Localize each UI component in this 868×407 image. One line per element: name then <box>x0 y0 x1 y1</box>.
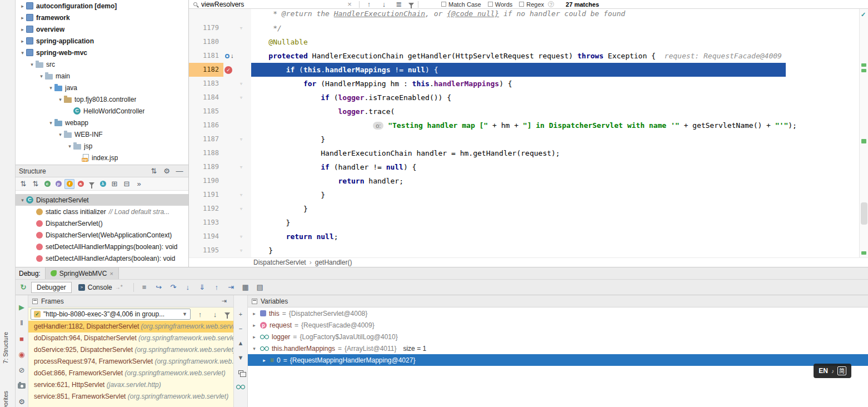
code-line[interactable]: 1183▿ for (HandlerMapping hm : this.hand… <box>189 77 868 91</box>
view-breakpoints-icon[interactable]: ◉ <box>16 349 27 360</box>
watches-icon[interactable] <box>236 382 245 391</box>
evaluate-icon[interactable]: ▦ <box>240 282 251 293</box>
chevron-collapsed-icon[interactable]: ▸ <box>251 334 257 340</box>
code-line[interactable]: 1195▿ } <box>189 244 868 257</box>
override-marker-icon[interactable] <box>225 54 230 58</box>
code-line[interactable]: 1190 return handler; <box>189 174 868 188</box>
code-line[interactable]: 1191▿ } <box>189 188 868 202</box>
code-line-text[interactable]: } <box>251 132 868 146</box>
chevron-collapsed-icon[interactable]: ▸ <box>261 358 267 363</box>
rerun-icon[interactable]: ↻ <box>18 282 29 293</box>
fold-marker-icon[interactable]: ▿ <box>240 202 242 216</box>
fold-marker-icon[interactable]: ▿ <box>240 244 242 257</box>
structure-item[interactable]: setDetectAllHandlerMappings(boolean): vo… <box>16 241 188 252</box>
frame-row[interactable]: service:851, FrameworkServlet (org.sprin… <box>28 391 233 403</box>
project-tree-item[interactable]: ▾main <box>16 70 188 82</box>
pause-icon[interactable]: ‖ <box>16 317 27 328</box>
code-line[interactable]: 1179▿ */ <box>189 21 868 35</box>
code-line[interactable]: 1181↓ protected HandlerExecutionChain ge… <box>189 49 868 63</box>
show-properties-icon[interactable]: p <box>53 179 63 189</box>
hide-library-frames-icon[interactable] <box>225 312 230 316</box>
chevron-expanded-icon[interactable]: ▾ <box>47 120 54 126</box>
code-line-text[interactable]: HandlerExecutionChain handler = hm.getHa… <box>251 146 868 160</box>
settings-icon[interactable]: ⚙ <box>161 166 172 177</box>
code-line[interactable]: 1187▿ } <box>189 132 868 146</box>
hamburger-icon[interactable]: ≡ <box>139 282 150 293</box>
code-line-text[interactable]: if (this.handlerMappings != null) { <box>251 63 786 77</box>
expand-all-icon[interactable]: ⊞ <box>109 178 120 190</box>
code-line[interactable]: 1194▿ return null; <box>189 230 868 244</box>
pin-icon[interactable]: ⇥ <box>218 296 230 307</box>
step-over-icon[interactable]: ↷ <box>168 282 179 293</box>
fold-marker-icon[interactable]: ▿ <box>240 77 242 91</box>
code-line-text[interactable]: } <box>251 188 868 202</box>
chevron-expanded-icon[interactable]: ▾ <box>251 346 257 351</box>
clear-search-icon[interactable]: × <box>344 0 355 9</box>
structure-item[interactable]: setDetectAllHandlerAdapters(boolean): vo… <box>16 252 188 264</box>
chevron-expanded-icon[interactable]: ▾ <box>19 50 26 56</box>
search-option-words[interactable]: Words <box>488 1 513 8</box>
variable-row[interactable]: ▸prequest = {RequestFacade@4009} <box>248 319 868 331</box>
project-tree-item[interactable]: CHelloWorldController <box>16 105 188 117</box>
step-into-icon[interactable]: ↓ <box>182 282 193 293</box>
editor-scrollbar[interactable]: ✓ <box>859 9 868 257</box>
code-line-text[interactable]: */ <box>251 21 868 35</box>
code-line-text[interactable]: if (handler != null) { <box>251 160 868 174</box>
frame-row[interactable]: doGet:866, FrameworkServlet (org.springf… <box>28 368 233 379</box>
stop-icon[interactable]: ■ <box>16 334 27 344</box>
project-tree-item[interactable]: ▸spring-application <box>16 35 188 47</box>
fold-marker-icon[interactable]: ▿ <box>240 21 242 35</box>
project-tree-item[interactable]: ▾src <box>16 58 188 70</box>
frame-row[interactable]: getHandler:1182, DispatcherServlet (org.… <box>28 321 233 332</box>
code-line-text[interactable]: return handler; <box>251 174 868 188</box>
step-out-icon[interactable]: ↑ <box>211 282 222 293</box>
chevron-expanded-icon[interactable]: ▾ <box>57 97 64 102</box>
more-icon[interactable]: » <box>133 178 144 190</box>
variable-row[interactable]: ▸≡0 = {RequestMappingHandlerMapping@4027… <box>248 354 868 366</box>
tool-window-button-structure[interactable]: 7: Structure <box>2 332 9 364</box>
resume-icon[interactable]: ▶ <box>16 302 27 312</box>
close-icon[interactable]: × <box>110 270 113 277</box>
sort-visibility-icon[interactable]: ⇅ <box>148 166 159 177</box>
chevron-collapsed-icon[interactable]: ▸ <box>251 322 257 328</box>
search-filter-icon[interactable] <box>408 3 414 6</box>
code-line-text[interactable]: } <box>251 244 868 257</box>
code-line-text[interactable]: protected HandlerExecutionChain getHandl… <box>251 49 868 63</box>
search-option-regex[interactable]: Regex <box>519 1 544 8</box>
project-tree-item[interactable]: ▾top.fjy8018.controller <box>16 93 188 105</box>
code-line[interactable]: 1188 HandlerExecutionChain handler = hm.… <box>189 146 868 160</box>
inspection-status-icon[interactable]: ✓ <box>861 11 866 18</box>
chevron-collapsed-icon[interactable]: ▸ <box>19 27 26 32</box>
code-line-text[interactable]: } <box>251 216 868 230</box>
code-line[interactable]: 1193 } <box>189 216 868 230</box>
code-line-text[interactable]: * @return the HandlerExecutionChain, or … <box>251 9 868 21</box>
code-line-text[interactable]: if (logger.isTraceEnabled()) { <box>251 91 868 105</box>
duplicate-icon[interactable] <box>236 368 245 376</box>
frame-row[interactable]: service:621, HttpServlet (javax.servlet.… <box>28 379 233 391</box>
code-line[interactable]: 1192▿ } <box>189 202 868 216</box>
chevron-expanded-icon[interactable]: ▾ <box>66 143 73 149</box>
move-down-icon[interactable]: ▼ <box>236 353 245 362</box>
structure-item[interactable]: DispatcherServlet(WebApplicationContext) <box>16 229 188 241</box>
sort-alpha-icon[interactable]: ⇅ <box>18 178 29 190</box>
remove-watch-icon[interactable]: − <box>236 324 245 333</box>
add-watch-icon[interactable]: + <box>236 310 245 319</box>
breadcrumb-item[interactable]: DispatcherServlet <box>253 259 306 266</box>
code-line[interactable]: 1184▿ if (logger.isTraceEnabled()) { <box>189 91 868 105</box>
code-line-text[interactable]: for (HandlerMapping hm : this.handlerMap… <box>251 77 868 91</box>
chevron-expanded-icon[interactable]: ▾ <box>57 132 64 137</box>
debug-session-tab[interactable]: SpringWebMVC × <box>45 267 119 279</box>
input-language-indicator[interactable]: EN ♪ 简 <box>814 364 851 378</box>
frame-row[interactable]: doService:925, DispatcherServlet (org.sp… <box>28 344 233 356</box>
fold-marker-icon[interactable]: ▿ <box>240 132 242 146</box>
chevron-collapsed-icon[interactable]: ▸ <box>19 15 26 21</box>
force-step-into-icon[interactable]: ⇓ <box>197 282 208 293</box>
sort-visibility-icon[interactable]: ⇅ <box>30 178 41 190</box>
move-up-icon[interactable]: ▲ <box>236 339 245 348</box>
project-tree-item[interactable]: ▾WEB-INF <box>16 128 188 140</box>
chevron-expanded-icon[interactable]: ▾ <box>19 197 26 203</box>
breakpoint-icon[interactable]: ✓ <box>225 66 232 74</box>
hide-icon[interactable]: — <box>174 166 185 177</box>
lambda-icon[interactable]: λ <box>98 179 108 189</box>
search-input[interactable]: viewResolvers <box>201 1 340 8</box>
